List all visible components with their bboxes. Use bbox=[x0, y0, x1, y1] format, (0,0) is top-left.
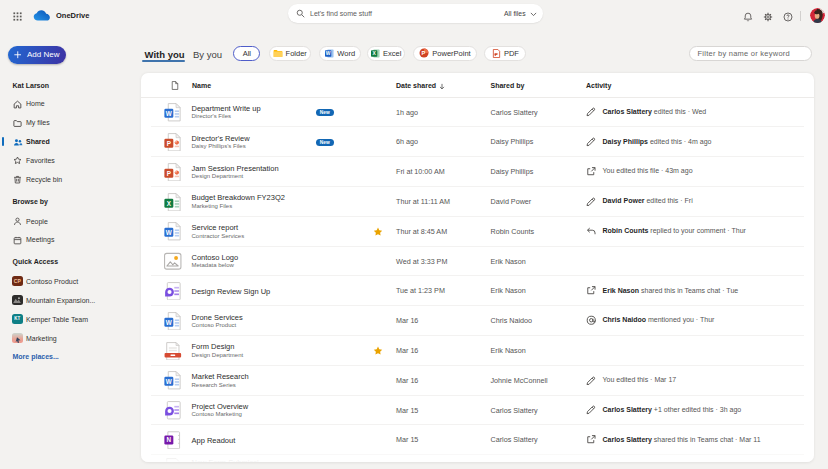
svg-text:W: W bbox=[166, 110, 172, 117]
svg-text:W: W bbox=[166, 378, 172, 385]
svg-text:P: P bbox=[167, 140, 171, 147]
svg-text:P: P bbox=[422, 51, 426, 57]
svg-text:W: W bbox=[166, 229, 172, 236]
svg-text:W: W bbox=[326, 51, 331, 56]
svg-text:W: W bbox=[166, 319, 172, 326]
svg-text:N: N bbox=[167, 436, 172, 443]
svg-text:P: P bbox=[167, 170, 171, 177]
